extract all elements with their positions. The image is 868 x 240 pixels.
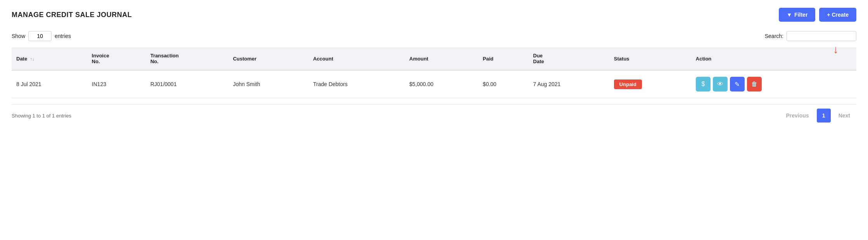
- filter-button[interactable]: ▼ Filter: [779, 8, 815, 22]
- col-amount: Amount: [405, 47, 478, 70]
- edit-button[interactable]: ✎: [730, 77, 745, 92]
- header-buttons: ▼ Filter + Create: [779, 8, 856, 22]
- col-action: Action ↓: [691, 47, 856, 70]
- cell-status: Unpaid: [609, 70, 691, 98]
- cell-account: Trade Debtors: [308, 70, 405, 98]
- page-title: MANAGE CREDIT SALE JOURNAL: [12, 11, 132, 19]
- entries-label: entries: [55, 33, 71, 39]
- cell-transaction-no: RJ01/0001: [146, 70, 228, 98]
- dollar-button[interactable]: $: [696, 77, 711, 92]
- footer-row: Showing 1 to 1 of 1 entries Previous 1 N…: [12, 104, 856, 126]
- table-header-row: Date ↑↓ InvoiceNo. TransactionNo. Custom…: [12, 47, 856, 70]
- journal-table: Date ↑↓ InvoiceNo. TransactionNo. Custom…: [12, 47, 856, 98]
- table-row: 8 Jul 2021 IN123 RJ01/0001 John Smith Tr…: [12, 70, 856, 98]
- cell-date: 8 Jul 2021: [12, 70, 87, 98]
- show-label: Show: [12, 33, 25, 39]
- controls-row: Show entries Search:: [12, 31, 856, 41]
- search-label: Search:: [765, 33, 783, 39]
- entries-count-input[interactable]: [28, 31, 52, 41]
- cell-paid: $0.00: [478, 70, 529, 98]
- delete-button[interactable]: 🗑: [747, 77, 762, 92]
- cell-invoice-no: IN123: [87, 70, 146, 98]
- col-transaction-no: TransactionNo.: [146, 47, 228, 70]
- col-due-date: DueDate: [529, 47, 609, 70]
- create-button[interactable]: + Create: [819, 8, 856, 22]
- status-badge: Unpaid: [614, 79, 642, 89]
- view-button[interactable]: 👁: [713, 77, 728, 92]
- pagination: Previous 1 Next: [780, 109, 857, 123]
- action-buttons: $ 👁 ✎ 🗑: [696, 77, 852, 92]
- show-entries-control: Show entries: [12, 31, 71, 41]
- page-1-button[interactable]: 1: [817, 109, 831, 123]
- filter-icon: ▼: [787, 12, 792, 18]
- date-sort-icon[interactable]: ↑↓: [30, 57, 35, 61]
- col-paid: Paid: [478, 47, 529, 70]
- showing-text: Showing 1 to 1 of 1 entries: [12, 113, 71, 119]
- col-customer: Customer: [228, 47, 309, 70]
- col-date: Date ↑↓: [12, 47, 87, 70]
- col-account: Account: [308, 47, 405, 70]
- cell-due-date: 7 Aug 2021: [529, 70, 609, 98]
- cell-action: $ 👁 ✎ 🗑: [691, 70, 856, 98]
- cell-amount: $5,000.00: [405, 70, 478, 98]
- cell-customer: John Smith: [228, 70, 309, 98]
- search-row: Search:: [765, 31, 856, 41]
- previous-button[interactable]: Previous: [780, 109, 815, 122]
- col-invoice-no: InvoiceNo.: [87, 47, 146, 70]
- next-button[interactable]: Next: [832, 109, 856, 122]
- search-input[interactable]: [787, 31, 856, 41]
- col-status: Status: [609, 47, 691, 70]
